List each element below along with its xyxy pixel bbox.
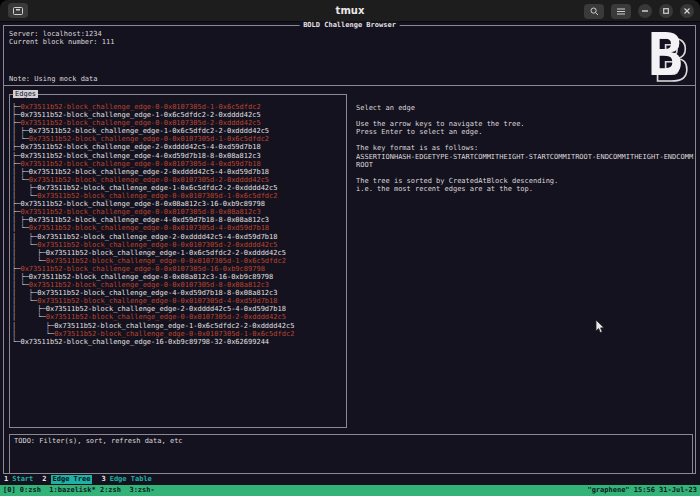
edge-key-label: 0x73511b52-block_challenge_edge-8-0x08a8…: [29, 273, 273, 281]
tmux-session-windows[interactable]: [0] 0:zsh 1:bazelisk* 2:zsh 3:zsh-: [3, 486, 155, 494]
maximize-button[interactable]: [659, 4, 673, 18]
edge-tree-row[interactable]: │ └─0x73511b52-block_challenge_edge-0-0x…: [12, 257, 345, 265]
help-text-line: [356, 169, 694, 177]
edge-key-label: 0x73511b52-block_challenge_edge-2-0xdddd…: [46, 305, 286, 313]
edge-key-label: 0x73511b52-block_challenge_edge-0-0x0107…: [37, 241, 277, 249]
tree-branch-glyph: │ └─: [12, 313, 46, 321]
edge-tree-row[interactable]: │ ├─0x73511b52-block_challenge_edge-1-0x…: [12, 184, 345, 192]
tab-number: 3: [101, 475, 105, 483]
tab-item[interactable]: 1Start: [4, 475, 33, 483]
edge-key-label: 0x73511b52-block_challenge_edge-0-0x0107…: [29, 224, 269, 232]
edge-key-label: 0x73511b52-block_challenge_edge-4-0xd59d…: [37, 289, 277, 297]
tab-number: 2: [42, 475, 46, 483]
edge-key-label: 0x73511b52-block_challenge_edge-0-0x0107…: [37, 297, 277, 305]
edge-tree-row[interactable]: │ └─0x73511b52-block_challenge_edge-0-0x…: [12, 224, 345, 232]
help-text-line: Use the arrow keys to navigate the tree.: [356, 120, 694, 128]
help-text-line: The tree is sorted by CreatedAtBlock des…: [356, 177, 694, 185]
close-icon: [684, 8, 690, 14]
help-text-line: The key format is as follows:: [356, 144, 694, 152]
edge-tree-row[interactable]: │ └─0x73511b52-block_challenge_edge-0-0x…: [12, 135, 345, 143]
app-header: Server: localhost:1234 Current block num…: [4, 26, 695, 86]
edge-tree-row[interactable]: │ └─0x73511b52-block_challenge_edge-0-0x…: [12, 297, 345, 305]
edge-key-label: 0x73511b52-block_challenge_edge-2-0xdddd…: [37, 233, 277, 241]
tab-label: Edge Tree: [51, 475, 93, 483]
tree-branch-glyph: │ └─: [12, 257, 46, 265]
edge-key-label: 0x73511b52-block_challenge_edge-0-0x0107…: [37, 192, 277, 200]
edge-key-label: 0x73511b52-block_challenge_edge-2-0xdddd…: [29, 168, 269, 176]
edge-key-label: 0x73511b52-block_challenge_edge-0-0x0107…: [20, 160, 260, 168]
edge-tree-row[interactable]: │ ├─0x73511b52-block_challenge_edge-1-0x…: [12, 127, 345, 135]
edge-tree-row[interactable]: │ ├─0x73511b52-block_challenge_edge-2-0x…: [12, 233, 345, 241]
edge-tree-row[interactable]: │ └─0x73511b52-block_challenge_edge-0-0x…: [12, 281, 345, 289]
edge-tree-row[interactable]: │ ├─0x73511b52-block_challenge_edge-8-0x…: [12, 273, 345, 281]
menu-button[interactable]: [611, 4, 631, 19]
edge-key-label: 0x73511b52-block_challenge_edge-2-0xdddd…: [20, 143, 260, 151]
tmux-window: tmux BOLD Cha: [0, 0, 700, 496]
edge-tree-row[interactable]: ├─0x73511b52-block_challenge_edge-0-0x01…: [12, 160, 345, 168]
tree-branch-glyph: │ ├─: [12, 322, 54, 330]
tab-item[interactable]: 2Edge Tree: [42, 475, 92, 483]
edges-panel-title: Edges: [13, 90, 38, 98]
tree-branch-glyph: │ ├─: [12, 305, 46, 313]
edge-key-label: 0x73511b52-block_challenge_edge-1-0x6c5d…: [54, 322, 294, 330]
mouse-cursor: [595, 320, 606, 336]
tree-branch-glyph: │ ├─: [12, 216, 29, 224]
edge-tree-row[interactable]: ├─0x73511b52-block_challenge_edge-0-0x01…: [12, 265, 345, 273]
edge-tree-row[interactable]: │ └─0x73511b52-block_challenge_edge-0-0x…: [12, 313, 345, 321]
edge-tree-row[interactable]: │ └─0x73511b52-block_challenge_edge-0-0x…: [12, 192, 345, 200]
edge-tree-row[interactable]: │ ├─0x73511b52-block_challenge_edge-1-0x…: [12, 322, 345, 330]
mock-data-note: Note: Using mock data: [9, 75, 695, 83]
help-text-line: ASSERTIONHASH-EDGETYPE-STARTCOMMITHEIGHT…: [356, 153, 694, 161]
help-text-line: [356, 136, 694, 144]
minimize-button[interactable]: [638, 4, 652, 18]
edge-tree-row[interactable]: │ └─0x73511b52-block_challenge_edge-0-0x…: [12, 241, 345, 249]
edge-tree-row[interactable]: │ ├─0x73511b52-block_challenge_edge-2-0x…: [12, 168, 345, 176]
edge-tree-row[interactable]: ├─0x73511b52-block_challenge_edge-2-0xdd…: [12, 143, 345, 151]
edge-key-label: 0x73511b52-block_challenge_edge-0-0x0107…: [46, 257, 286, 265]
todo-text: TODO: Filter(s), sort, refresh data, etc: [14, 437, 688, 445]
edges-tree-panel: Edges ├─0x73511b52-block_challenge_edge-…: [9, 94, 347, 428]
minimize-icon: [642, 10, 648, 12]
edge-tree-row[interactable]: │ └─0x73511b52-block_challenge_edge-0-0x…: [12, 176, 345, 184]
edge-tree-row[interactable]: │ ├─0x73511b52-block_challenge_edge-2-0x…: [12, 305, 345, 313]
server-info: Server: localhost:1234: [9, 30, 695, 38]
edge-tree-row[interactable]: ├─0x73511b52-block_challenge_edge-1-0x6c…: [12, 111, 345, 119]
edge-tree-row[interactable]: └─0x73511b52-block_challenge_edge-16-0xb…: [12, 338, 345, 346]
edge-tree-row[interactable]: ├─0x73511b52-block_challenge_edge-0-0x01…: [12, 103, 345, 111]
close-button[interactable]: [680, 4, 694, 18]
edge-tree-row[interactable]: ├─0x73511b52-block_challenge_edge-8-0x08…: [12, 200, 345, 208]
search-button[interactable]: [584, 4, 604, 19]
svg-text:B: B: [648, 26, 683, 89]
edge-key-label: 0x73511b52-block_challenge_edge-0-0x0107…: [20, 119, 260, 127]
app-frame: BOLD Challenge Browser Server: localhost…: [3, 25, 696, 474]
edge-key-label: 0x73511b52-block_challenge_edge-0-0x0107…: [29, 281, 269, 289]
help-text-line: i.e. the most recent edges are at the to…: [356, 185, 694, 193]
tree-branch-glyph: │ ├─: [12, 249, 46, 257]
block-number-info: Current block number: 111: [9, 38, 695, 46]
todo-panel: TODO: Filter(s), sort, refresh data, etc: [9, 434, 693, 474]
edge-key-label: 0x73511b52-block_challenge_edge-0-0x0107…: [29, 176, 269, 184]
tree-branch-glyph: │ ├─: [12, 273, 29, 281]
help-text-line: [356, 112, 694, 120]
tab-label: Edge Table: [110, 475, 152, 483]
edge-tree-row[interactable]: │ ├─0x73511b52-block_challenge_edge-4-0x…: [12, 216, 345, 224]
search-icon: [590, 7, 599, 16]
edge-key-label: 0x73511b52-block_challenge_edge-0-0x0107…: [29, 135, 269, 143]
maximize-icon: [663, 8, 669, 14]
edge-tree-row[interactable]: ├─0x73511b52-block_challenge_edge-0-0x01…: [12, 208, 345, 216]
tab-item[interactable]: 3Edge Table: [101, 475, 151, 483]
edge-key-label: 0x73511b52-block_challenge_edge-0-0x0107…: [46, 313, 286, 321]
app-tab-bar: 1Start 2Edge Tree 3Edge Table: [4, 474, 696, 485]
tree-branch-glyph: │ └─: [12, 281, 29, 289]
edge-key-label: 0x73511b52-block_challenge_edge-4-0xd59d…: [29, 216, 269, 224]
edge-tree-row[interactable]: ├─0x73511b52-block_challenge_edge-0-0x01…: [12, 119, 345, 127]
edge-tree-row[interactable]: │ ├─0x73511b52-block_challenge_edge-4-0x…: [12, 289, 345, 297]
tree-branch-glyph: │ ├─: [12, 184, 37, 192]
help-text-line: Press Enter to select an edge.: [356, 128, 694, 136]
edge-tree-row[interactable]: ├─0x73511b52-block_challenge_edge-4-0xd5…: [12, 152, 345, 160]
edge-key-label: 0x73511b52-block_challenge_edge-1-0x6c5d…: [29, 127, 269, 135]
edge-tree-row[interactable]: │ └─0x73511b52-block_challenge_edge-0-0x…: [12, 330, 345, 338]
edge-tree-row[interactable]: │ ├─0x73511b52-block_challenge_edge-1-0x…: [12, 249, 345, 257]
tree-branch-glyph: │ └─: [12, 241, 37, 249]
terminal: BOLD Challenge Browser Server: localhost…: [0, 22, 700, 496]
